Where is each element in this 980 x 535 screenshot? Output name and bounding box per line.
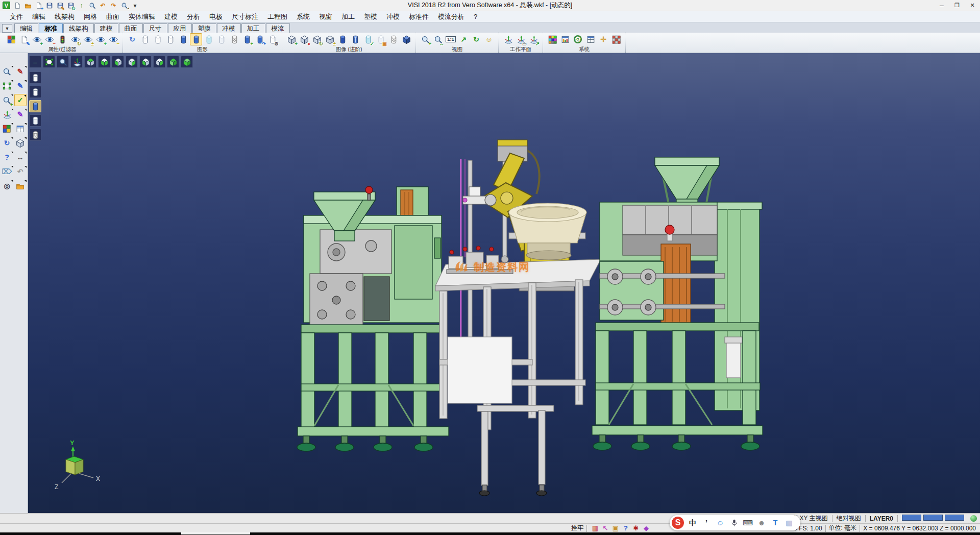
layer-palette-icon[interactable]	[1, 123, 13, 135]
new-document-icon[interactable]	[12, 1, 22, 10]
refresh-visibility-icon[interactable]: ↻	[69, 33, 81, 45]
shaded-edges-view-icon[interactable]	[190, 33, 202, 45]
render-hidden-icon[interactable]	[29, 86, 41, 98]
menu-item-3[interactable]: 网格	[79, 12, 102, 21]
ime-keyboard-icon[interactable]: ⌨	[743, 519, 753, 527]
shaded-cube-icon[interactable]	[400, 33, 412, 45]
dynamic-render-icon[interactable]: ☺	[483, 33, 495, 45]
confirm-check-icon[interactable]: ✓	[14, 94, 27, 106]
show-all-icon[interactable]: +	[94, 33, 107, 45]
ime-toolbox-icon[interactable]: ▦	[784, 519, 794, 527]
save-all-icon[interactable]: ↻	[66, 1, 76, 10]
redo-icon[interactable]: ↷	[109, 1, 118, 10]
tab-2[interactable]: 线架构	[63, 23, 94, 33]
close-button[interactable]: ✕	[965, 0, 980, 11]
zoom-dynamic-icon[interactable]: +	[1, 94, 13, 106]
copy-image-icon[interactable]: ↷	[254, 33, 266, 45]
view-iso-icon[interactable]	[167, 56, 179, 68]
menu-item-2[interactable]: 线架构	[50, 12, 79, 21]
curve-edit-icon[interactable]: ✎	[14, 108, 27, 120]
open-model-icon[interactable]	[14, 180, 27, 192]
workplane-create-icon[interactable]	[502, 33, 514, 45]
solids-filter-icon[interactable]: ●	[298, 33, 310, 45]
tab-9[interactable]: 加工	[241, 23, 265, 33]
menu-item-12[interactable]: 视窗	[314, 12, 337, 21]
save-icon[interactable]	[44, 1, 54, 10]
zoom-extents-icon[interactable]: +	[419, 33, 431, 45]
ucs-axis-icon[interactable]	[1, 108, 13, 120]
ime-skin-icon[interactable]: T	[770, 519, 780, 527]
attributes-palette-icon[interactable]	[5, 33, 17, 45]
render-settings-icon[interactable]: ⚙	[266, 33, 279, 45]
save-as-icon[interactable]: ✎	[55, 1, 65, 10]
preview-icon[interactable]	[87, 1, 97, 10]
solid-cylinder-icon[interactable]	[336, 33, 349, 45]
tolerance-panel-icon[interactable]	[610, 33, 622, 45]
hide-remove-curve-icon[interactable]: −	[43, 33, 56, 45]
render-mesh-icon[interactable]	[29, 129, 41, 141]
flat-shaded-view-icon[interactable]	[215, 33, 228, 45]
render-wireframe-icon[interactable]	[29, 71, 41, 84]
view-back-icon[interactable]	[126, 56, 138, 68]
tab-7[interactable]: 塑膜	[192, 23, 216, 33]
transparent-view-icon[interactable]	[203, 33, 215, 45]
toggle-visibility-icon[interactable]: ±	[82, 33, 94, 45]
restore-button[interactable]: ❐	[949, 0, 965, 11]
snap-toggle-icon[interactable]: ✱	[631, 524, 641, 532]
ime-emoji-icon[interactable]: ☺	[715, 519, 725, 527]
solids-add-icon[interactable]: +	[285, 33, 298, 45]
rotate-view-icon[interactable]: ↻	[470, 33, 482, 45]
toolbar-options-caret[interactable]: ▾	[130, 1, 140, 10]
absolute-view-label[interactable]: 绝对视图	[837, 514, 861, 523]
solids-toggle-icon[interactable]: ±	[324, 33, 336, 45]
viewport-menu-icon[interactable]: ≡	[29, 56, 41, 68]
regenerate-icon[interactable]: ↻	[1, 137, 13, 149]
menu-item-18[interactable]: ?	[469, 13, 482, 20]
status-grid-icon[interactable]: ▦	[590, 524, 600, 532]
frame-select-icon[interactable]	[1, 80, 13, 92]
menu-item-10[interactable]: 工程图	[263, 12, 292, 21]
viewport-3d[interactable]: Y X Z 制造资料网 ≡	[28, 53, 980, 513]
undo-inactive-icon[interactable]: ↶	[14, 165, 27, 178]
ime-lang-chinese[interactable]: 中	[688, 519, 698, 527]
workplane-align-icon[interactable]: ▭	[514, 33, 527, 45]
viewport-zoom-icon[interactable]	[57, 56, 69, 68]
compass-icon[interactable]: ◎	[1, 180, 13, 192]
tab-6[interactable]: 应用	[168, 23, 192, 33]
solid-cube-icon[interactable]	[14, 137, 27, 149]
system-options-icon[interactable]: ⚙	[572, 33, 584, 45]
zoom-window-icon[interactable]: ↔	[432, 33, 444, 45]
menu-item-0[interactable]: 文件	[5, 12, 28, 21]
redraw-icon[interactable]: ↻	[126, 33, 138, 45]
tab-3[interactable]: 建模	[94, 23, 118, 33]
viewport-axis-icon[interactable]	[70, 56, 83, 68]
lock-label[interactable]: 拴牢	[571, 524, 583, 532]
layer-label[interactable]: LAYER0	[870, 515, 893, 522]
undo-icon[interactable]: ↶	[98, 1, 108, 10]
tab-10[interactable]: 模流	[266, 23, 290, 33]
dashed-hidden-view-icon[interactable]	[164, 33, 177, 45]
mesh-solid-icon[interactable]	[387, 33, 400, 45]
window-tile-icon[interactable]	[14, 123, 27, 135]
show-add-curve-icon[interactable]: +	[31, 33, 43, 45]
ime-mic-icon[interactable]	[729, 519, 739, 527]
tag-solid-icon[interactable]: ▣	[375, 33, 387, 45]
view-right-icon[interactable]	[153, 56, 165, 68]
tab-4[interactable]: 曲面	[119, 23, 143, 33]
delete-trash-icon[interactable]: ⌦	[1, 165, 13, 178]
hidden-line-view-icon[interactable]	[152, 33, 164, 45]
status-help-icon[interactable]: ?	[621, 524, 631, 532]
zoom-1to1-icon[interactable]: 1:1	[445, 33, 457, 45]
tab-1[interactable]: 标准	[39, 23, 63, 33]
menu-item-7[interactable]: 分析	[182, 12, 205, 21]
view-left-icon[interactable]	[139, 56, 152, 68]
render-shaded-icon[interactable]	[29, 100, 41, 112]
toolbar-list-dropdown[interactable]: ▼	[2, 24, 12, 33]
menu-item-4[interactable]: 曲面	[102, 12, 124, 21]
menu-item-17[interactable]: 模流分析	[433, 12, 469, 21]
menu-item-1[interactable]: 编辑	[28, 12, 50, 21]
publish-icon[interactable]: ↑	[77, 1, 86, 10]
help-icon[interactable]: ?	[1, 151, 13, 163]
layer-cylinders-icon[interactable]: +	[241, 33, 253, 45]
tab-8[interactable]: 冲模	[217, 23, 241, 33]
